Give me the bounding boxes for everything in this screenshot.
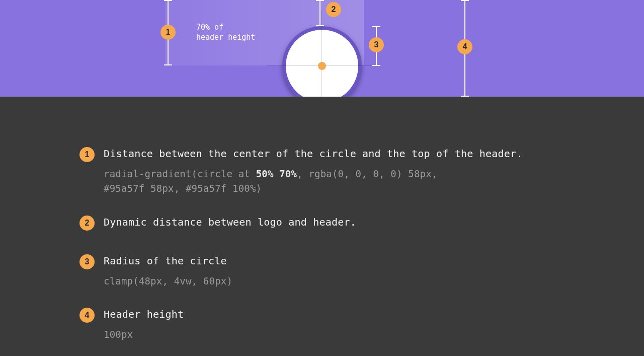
code-line2: clamp(48px, 4vw, 60px) [104,275,232,287]
annotation-line2: header height [196,32,255,42]
code-line2: #95a57f 58px, #95a57f 100%) [104,183,262,194]
diagram-header: 1 70% of header height 2 3 4 [0,0,644,97]
legend-bullet: 3 [79,254,95,269]
bullet-number: 4 [85,311,90,320]
legend-list: 1 Distance between the center of the cir… [79,146,573,356]
marker-1: 1 [160,25,176,40]
marker-1-label: 1 [166,28,171,37]
legend-code: radial-gradient(circle at 50% 70%, rgba(… [104,167,522,196]
bullet-number: 2 [85,219,90,228]
bullet-number: 3 [85,257,90,266]
annotation-line1: 70% of [196,22,255,32]
legend-code: clamp(48px, 4vw, 60px) [104,274,232,289]
legend-text: Header height 100px [104,307,184,342]
marker-2: 2 [326,2,341,17]
legend-code: 100px [104,327,184,342]
legend-item: 1 Distance between the center of the cir… [79,146,573,196]
code-post: , rgba(0, 0, 0, 0) 58px, [297,168,437,179]
legend-text: Dynamic distance between logo and header… [104,215,356,235]
legend-title: Dynamic distance between logo and header… [104,215,356,230]
legend-title: Radius of the circle [104,253,232,269]
annotation-percent-label: 70% of header height [196,22,255,43]
legend-title: Distance between the center of the circl… [104,146,522,162]
legend-title: Header height [104,307,184,322]
marker-3: 3 [369,37,384,52]
legend-item: 3 Radius of the circle clamp(48px, 4vw, … [79,253,573,289]
legend-panel: 1 Distance between the center of the cir… [0,97,644,356]
legend-item: 4 Header height 100px [79,307,573,342]
marker-4: 4 [457,39,472,54]
circle-center-dot [318,62,326,70]
legend-bullet: 1 [79,147,95,162]
marker-3-label: 3 [374,40,379,49]
legend-bullet: 2 [79,216,95,231]
marker-2-label: 2 [332,5,336,14]
marker-4-label: 4 [463,42,467,51]
legend-bullet: 4 [79,308,95,323]
code-strong: 50% 70% [256,168,297,179]
code-line2: 100px [104,329,133,340]
legend-text: Radius of the circle clamp(48px, 4vw, 60… [104,253,232,289]
legend-item: 2 Dynamic distance between logo and head… [79,215,573,235]
bullet-number: 1 [85,150,90,159]
legend-text: Distance between the center of the circl… [104,146,522,196]
code-pre: radial-gradient(circle at [104,168,256,179]
